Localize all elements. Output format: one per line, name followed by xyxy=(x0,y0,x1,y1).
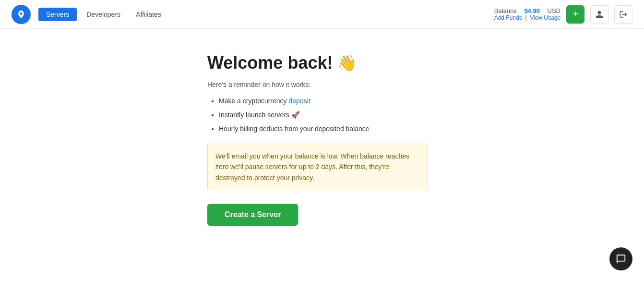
logo-button[interactable] xyxy=(12,5,31,24)
balance-amount: $4.90 xyxy=(524,7,540,14)
navbar: Servers Developers Affiliates Balance $4… xyxy=(0,0,644,29)
deposit-text: Make a cryptocurrency xyxy=(219,97,289,105)
affiliates-nav-link[interactable]: Affiliates xyxy=(130,8,167,21)
main-content: Welcome back! 👋 Here's a reminder on how… xyxy=(0,29,432,226)
info-text: We'll email you when your balance is low… xyxy=(215,152,409,182)
info-box: We'll email you when your balance is low… xyxy=(207,144,428,190)
logout-button[interactable] xyxy=(614,5,632,24)
list-item-deposit: Make a cryptocurrency deposit xyxy=(219,96,432,106)
welcome-title: Welcome back! 👋 xyxy=(207,53,432,73)
how-it-works-list: Make a cryptocurrency deposit Instantly … xyxy=(207,96,432,134)
launch-text: Instantly launch servers 🚀 xyxy=(219,111,299,119)
add-funds-link[interactable]: Add Funds xyxy=(494,14,522,21)
balance-section: Balance $4.90 USD Add Funds | View Usage xyxy=(494,7,561,21)
add-button[interactable]: + xyxy=(566,5,584,24)
list-item-launch: Instantly launch servers 🚀 xyxy=(219,110,432,120)
balance-label: Balance xyxy=(494,7,517,14)
view-usage-link[interactable]: View Usage xyxy=(530,14,561,21)
reminder-text: Here's a reminder on how it works: xyxy=(207,81,432,88)
balance-links: Add Funds | View Usage xyxy=(494,14,561,21)
servers-nav-button[interactable]: Servers xyxy=(38,8,77,21)
welcome-emoji: 👋 xyxy=(337,54,357,72)
profile-button[interactable] xyxy=(590,5,608,24)
billing-text: Hourly billing deducts from your deposit… xyxy=(219,125,370,133)
create-server-button[interactable]: Create a Server xyxy=(207,204,298,226)
developers-nav-link[interactable]: Developers xyxy=(81,8,126,21)
deposit-link[interactable]: deposit xyxy=(289,97,310,105)
balance-currency: USD xyxy=(548,7,561,14)
chat-button[interactable] xyxy=(609,247,632,270)
nav-right: Balance $4.90 USD Add Funds | View Usage… xyxy=(494,5,632,24)
list-item-billing: Hourly billing deducts from your deposit… xyxy=(219,124,432,134)
welcome-text: Welcome back! xyxy=(207,53,333,73)
